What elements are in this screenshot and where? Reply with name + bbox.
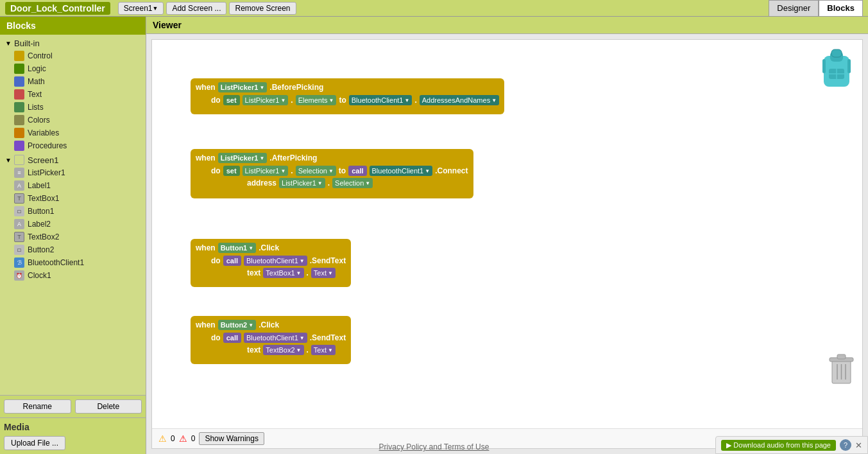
text1-dropdown[interactable]: Text [311,268,336,278]
screen1-label: Screen1 [28,155,58,165]
add-screen-button[interactable]: Add Screen ... [166,2,226,15]
listpicker1-set-dropdown-2[interactable]: ListPicker1 [243,166,289,176]
btclient-dropdown-3[interactable]: BluetoothClient1 [244,256,307,266]
event-row-2: when ListPicker1 .AfterPicking [196,153,468,163]
sidebar-item-variables[interactable]: Variables [12,127,146,139]
event-row-3: when Button1 .Click [196,243,346,253]
builtin-toggle[interactable]: ▼ Built-in [0,37,146,49]
btclient-dropdown-4[interactable]: BluetoothClient1 [244,333,307,343]
selection-dropdown[interactable]: Selection [296,166,336,176]
collapse-icon: ▼ [5,40,14,47]
svg-rect-2 [831,49,842,57]
math-icon [14,76,24,87]
text-row-2: text TextBox2 . Text [196,345,346,355]
svg-rect-6 [822,59,826,73]
screen1-section: ▼ Screen1 ≡ ListPicker1 A Label1 T [0,153,146,282]
builtin-label: Built-in [14,39,40,48]
button1-dropdown[interactable]: Button1 [218,243,256,253]
backpack-icon[interactable] [817,46,856,91]
sidebar-item-button1[interactable]: □ Button1 [12,205,146,218]
warning-icon: ⚠ [158,433,167,444]
sidebar-item-lists[interactable]: Lists [12,101,146,114]
elements-dropdown[interactable]: Elements [296,95,337,105]
sidebar-item-label2[interactable]: A Label2 [12,218,146,231]
listpicker1-dropdown-1[interactable]: ListPicker1 [218,82,268,92]
delete-button[interactable]: Delete [75,399,142,414]
selection-addr-dropdown[interactable]: Selection [332,178,373,188]
clock-icon: ⏰ [14,270,24,281]
tab-designer[interactable]: Designer [769,0,819,17]
btclient-dropdown-1[interactable]: BluetoothClient1 [349,95,413,105]
builtin-section: ▼ Built-in Control Logic Math [0,37,146,152]
sidebar-item-listpicker1[interactable]: ≡ ListPicker1 [12,166,146,179]
screen1-toggle[interactable]: ▼ Screen1 [0,153,146,166]
download-audio-button[interactable]: ▶ Download audio from this page [721,440,836,451]
do-row-2: do set ListPicker1 . Selection to call B… [196,166,468,176]
textbox1-dropdown[interactable]: TextBox1 [263,268,303,278]
sidebar-item-textbox2[interactable]: T TextBox2 [12,231,146,243]
rename-button[interactable]: Rename [4,399,71,414]
blocks-area: when ListPicker1 .BeforePicking do set L… [152,40,862,399]
sidebar-item-clock1[interactable]: ⏰ Clock1 [12,269,146,282]
remove-screen-button[interactable]: Remove Screen [229,2,296,15]
listpicker-icon: ≡ [14,168,24,178]
button2-icon: □ [14,245,24,255]
help-button[interactable]: ? [840,439,851,451]
tab-blocks[interactable]: Blocks [819,0,863,17]
sidebar-item-label1[interactable]: A Label1 [12,179,146,192]
screen1-icon [14,155,24,165]
listpicker1-dropdown-2[interactable]: ListPicker1 [218,153,268,163]
logic-icon [14,64,24,74]
app-title: Door_Lock_Controller [5,2,110,15]
show-warnings-button[interactable]: Show Warnings [199,432,264,445]
text2-dropdown[interactable]: Text [311,345,336,355]
error-icon: ⚠ [179,433,187,444]
media-section: Media Upload File ... [0,417,146,454]
block-group-3: when Button1 .Click do call BluetoothCli… [191,239,351,287]
event-row-1: when ListPicker1 .BeforePicking [196,82,499,92]
sidebar-item-logic[interactable]: Logic [12,62,146,75]
privacy-link[interactable]: Privacy Policy and Terms of Use [379,442,489,451]
sidebar-item-procedures[interactable]: Procedures [12,139,146,152]
label2-icon: A [14,219,24,229]
do-row-1: do set ListPicker1 . Elements to Bluetoo… [196,95,499,105]
btclient-dropdown-2[interactable]: BluetoothClient1 [370,166,433,176]
viewer-panel: Viewer [146,17,868,454]
sidebar-item-button2[interactable]: □ Button2 [12,243,146,256]
download-audio-bar: ▶ Download audio from this page ? ✕ [715,436,868,454]
media-header: Media [4,422,142,432]
warnings-count: 0 [171,434,175,443]
control-icon [14,51,24,61]
sidebar-actions: Rename Delete [0,395,146,417]
textbox2-dropdown[interactable]: TextBox2 [263,345,303,355]
sidebar-item-bluetoothclient1[interactable]: ℬ BluetoothClient1 [12,256,146,269]
sidebar: Blocks ▼ Built-in Control Logic [0,17,146,454]
svg-rect-10 [837,354,846,359]
block-group-4: when Button2 .Click do call BluetoothCli… [191,316,351,364]
text-row-1: text TextBox1 . Text [196,268,346,278]
block-group-1: when ListPicker1 .BeforePicking do set L… [191,78,504,114]
textbox1-icon: T [14,193,24,204]
button2-dropdown[interactable]: Button2 [218,320,256,330]
procedures-icon [14,141,24,151]
close-download-button[interactable]: ✕ [855,441,862,450]
lists-icon [14,102,24,112]
sidebar-item-textbox1[interactable]: T TextBox1 [12,192,146,205]
errors-count: 0 [191,434,196,443]
sidebar-content: ▼ Built-in Control Logic Math [0,35,146,395]
sidebar-item-control[interactable]: Control [12,49,146,62]
listpicker1-set-dropdown[interactable]: ListPicker1 [243,95,289,105]
do-row-3: do call BluetoothClient1 .SendText [196,256,346,266]
main-layout: Blocks ▼ Built-in Control Logic [0,17,868,454]
topbar: Door_Lock_Controller Screen1 Add Screen … [0,0,868,17]
viewer-canvas[interactable]: when ListPicker1 .BeforePicking do set L… [151,39,863,449]
sidebar-item-colors[interactable]: Colors [12,114,146,127]
listpicker1-addr-dropdown[interactable]: ListPicker1 [279,178,325,188]
upload-file-button[interactable]: Upload File ... [4,436,65,450]
sidebar-item-math[interactable]: Math [12,75,146,88]
sidebar-item-text[interactable]: Text [12,88,146,101]
screen-dropdown[interactable]: Screen1 [118,2,164,15]
addresses-dropdown[interactable]: AddressesAndNames [420,95,499,105]
trash-icon[interactable] [827,351,856,387]
privacy-footer[interactable]: Privacy Policy and Terms of Use [377,440,492,454]
